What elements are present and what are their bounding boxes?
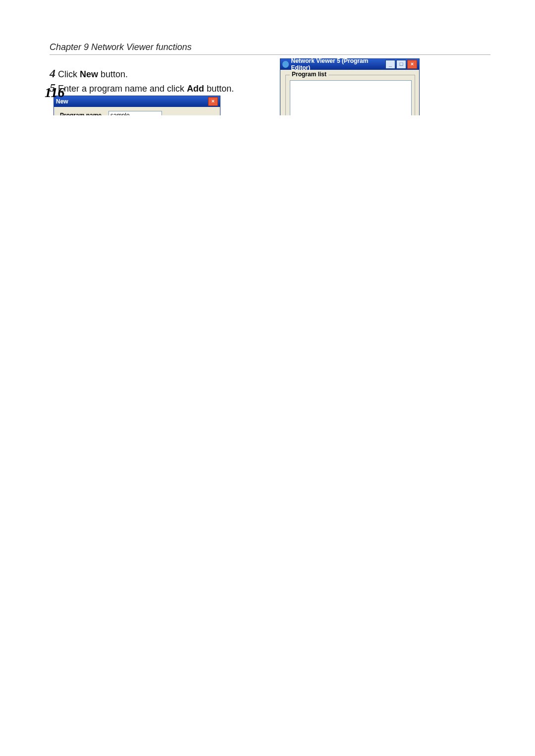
step-number: 4 [50, 67, 55, 80]
titlebar[interactable]: New × [54, 96, 220, 107]
minimize-icon[interactable]: _ [385, 60, 395, 69]
dialog-new-1: New × Program name sample Folder list UP… [54, 96, 220, 115]
dialog-title: Network Viewer 5 (Program Editor) [291, 57, 385, 71]
step-4: 4 Click New button. [50, 67, 490, 80]
program-list-group: Program list New... Change... Remove [285, 75, 415, 115]
program-name-label: Program name [60, 112, 102, 115]
program-list-box[interactable] [290, 80, 412, 115]
chapter-heading: Chapter 9 Network Viewer functions [50, 42, 490, 55]
close-icon[interactable]: × [407, 60, 417, 69]
maximize-icon[interactable]: □ [396, 60, 406, 69]
program-name-input[interactable]: sample [108, 111, 162, 115]
page-number: 116 [45, 85, 64, 101]
program-list-label: Program list [290, 71, 328, 78]
step-5: 5 Enter a program name and click Add but… [50, 81, 490, 95]
titlebar[interactable]: Network Viewer 5 (Program Editor) _ □ × [280, 59, 419, 70]
app-icon [282, 61, 289, 68]
close-icon[interactable]: × [208, 97, 218, 106]
dialog-program-editor: Network Viewer 5 (Program Editor) _ □ × … [280, 58, 420, 115]
